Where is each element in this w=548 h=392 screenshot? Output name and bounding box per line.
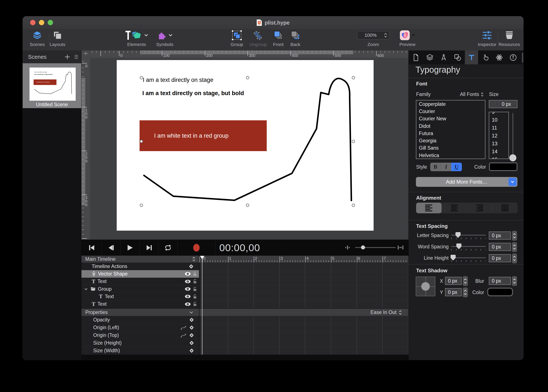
align-left-button[interactable] [416,203,442,213]
motion-path-icon[interactable] [180,331,187,339]
font-family-option[interactable]: Futura [416,130,485,137]
shadow-blur-field[interactable]: 0 px [489,277,511,285]
properties-header[interactable]: Properties Ease In Out [81,309,409,316]
add-keyframe-button[interactable] [188,324,195,331]
loop-button[interactable] [159,240,178,256]
font-color-swatch[interactable] [489,162,517,171]
add-keyframe-button[interactable] [188,347,195,354]
selection-handle[interactable] [140,204,143,207]
selection-handle[interactable] [352,140,355,143]
scene-name[interactable]: Untitled Scene [23,102,81,107]
scene-thumbnail[interactable]: I am a text directly on stage I am a tex… [29,68,76,101]
tab-identity[interactable] [506,50,520,64]
tab-scene[interactable] [423,50,437,64]
properties-disclosure-icon[interactable] [189,311,193,314]
font-family-option[interactable]: Gill Sans [416,145,485,152]
main-timeline-selector[interactable]: Main Timeline [81,256,199,263]
font-family-option[interactable]: Courier New [416,115,485,122]
word-spacing-field[interactable]: 0 px [489,243,511,251]
timeline-zoom-in-icon[interactable] [397,245,404,250]
timeline-layer-row[interactable]: Group [81,285,199,293]
tab-element[interactable] [451,50,464,64]
lock-icon[interactable] [192,270,198,277]
font-size-option[interactable]: 9 [489,112,508,116]
font-family-option[interactable]: Courier [416,108,485,115]
underline-button[interactable]: U [451,163,462,171]
font-size-option[interactable]: 12 [489,132,508,140]
jump-start-button[interactable] [82,240,102,256]
shadow-direction-handle[interactable] [421,282,430,291]
font-size-option[interactable]: 11 [489,124,508,132]
timeline-layer-row[interactable]: TText [81,278,199,285]
font-size-list[interactable]: 9101112131416 [489,112,509,159]
front-button[interactable]: Front [270,29,287,50]
add-scene-button[interactable] [64,54,70,60]
add-keyframe-button[interactable] [188,316,195,324]
bold-button[interactable]: B [430,163,441,171]
visibility-eye-icon[interactable] [184,270,191,277]
add-keyframe-button[interactable] [188,339,195,347]
lock-icon[interactable] [192,285,198,293]
add-keyframe-button[interactable] [188,331,195,339]
font-size-option[interactable]: 13 [489,140,508,147]
font-size-slider-thumb[interactable] [509,154,516,161]
timeline-layer-row[interactable]: TText [81,293,199,300]
add-more-fonts-button[interactable]: Add More Fonts… [416,177,517,187]
word-spacing-stepper[interactable] [512,242,517,252]
line-height-slider-thumb[interactable] [451,255,456,260]
line-height-slider[interactable] [451,257,486,258]
canvas-viewport[interactable]: I am a text directly on stage I am a tex… [90,58,409,240]
shadow-y-field[interactable]: 0 px [445,288,462,296]
lock-icon[interactable] [192,293,198,300]
stage-red-group[interactable]: I am white text in a red group [139,120,267,151]
timeline-property-row[interactable]: Origin (Top) [81,331,199,339]
font-size-option[interactable]: 10 [489,116,508,124]
symbols-button[interactable]: Symbols [153,29,177,50]
shadow-color-swatch[interactable] [487,288,513,296]
line-height-stepper[interactable] [512,253,517,263]
timeline-zoom-slider-thumb[interactable] [361,245,365,249]
line-height-field[interactable]: 0 px [489,254,511,262]
letter-spacing-slider-thumb[interactable] [455,232,461,238]
preview-button[interactable]: Preview [395,29,419,50]
visibility-eye-icon[interactable] [184,285,191,293]
selection-handle[interactable] [352,76,355,79]
timeline-ruler[interactable]: 012345678 [199,256,409,263]
timeline-zoom-out-icon[interactable] [345,245,350,250]
step-back-button[interactable] [102,240,121,256]
scene-list-menu-icon[interactable] [74,55,79,59]
font-size-slider[interactable] [512,113,513,158]
disclosure-icon[interactable] [84,288,88,290]
selection-handle[interactable] [140,140,143,143]
stage-text-element[interactable]: I am a text directly on stage [143,77,213,83]
align-center-button[interactable] [442,203,467,213]
tab-typography[interactable] [465,50,478,64]
word-spacing-slider-thumb[interactable] [456,244,461,249]
timeline-property-row[interactable]: Size (Height) [81,339,199,347]
add-fonts-dropdown-icon[interactable] [508,178,517,186]
play-button[interactable] [121,240,139,256]
stage-group-text-element[interactable]: I am white text in a red group [154,120,229,151]
selection-handle[interactable] [246,76,249,79]
align-justify-button[interactable] [492,203,518,213]
step-forward-button[interactable] [139,240,159,256]
align-right-button[interactable] [467,203,493,213]
shadow-x-field[interactable]: 0 px [445,277,462,285]
timeline-property-row[interactable]: Origin (Left) [81,324,199,331]
tab-actions[interactable] [479,50,492,64]
font-size-option[interactable]: 16 [489,155,508,159]
preview-dropdown-icon[interactable] [412,35,415,36]
timeline-layer-row[interactable]: Timeline Actions [81,263,199,270]
elements-button[interactable]: Elements [123,29,151,50]
stage-bold-text-element[interactable]: I am a text directly on stage, but bold [142,90,244,97]
italic-button[interactable]: I [441,163,451,171]
font-family-option[interactable]: Copperplate [416,100,485,108]
visibility-eye-icon[interactable] [184,301,191,308]
motion-path-icon[interactable] [180,324,187,331]
playhead[interactable] [200,256,204,259]
timeline-layer-row[interactable]: Vector Shape [81,270,199,278]
titlebar[interactable]: 5 plist.hype [23,16,523,29]
tab-document[interactable] [409,50,423,64]
font-filter-selector[interactable]: All Fonts [460,91,484,97]
layouts-button[interactable]: Layouts [48,29,67,50]
